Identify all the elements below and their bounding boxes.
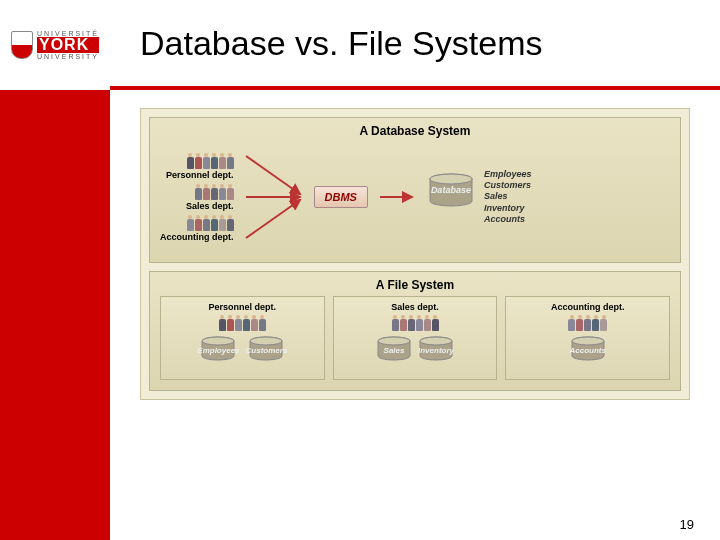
db-table-employees: Employees [484,169,532,180]
file-cyl-inventory: Inventory [418,336,454,373]
file-cyl-employees: Employees [197,336,239,373]
arrow-to-db-icon [378,187,418,207]
db-table-customers: Customers [484,180,532,191]
file-dept-sales-label: Sales dept. [391,302,439,312]
db-panel-title: A Database System [160,124,670,138]
db-dept-personnel-label: Personnel dept. [166,170,234,180]
slide-title: Database vs. File Systems [140,24,542,63]
svg-point-9 [250,337,282,345]
file-panel-title: A File System [160,278,670,292]
svg-line-2 [246,200,300,238]
title-cell: Database vs. File Systems [110,0,720,90]
york-logo: UNIVERSITÉ YORK UNIVERSITY [11,30,99,60]
svg-point-7 [202,337,234,345]
svg-point-5 [430,174,472,184]
db-table-sales: Sales [484,191,532,202]
logo-text: UNIVERSITÉ YORK UNIVERSITY [37,30,99,60]
db-table-inventory: Inventory [484,203,532,214]
svg-point-15 [572,337,604,345]
file-dept-personnel-label: Personnel dept. [209,302,277,312]
panel-file-system: A File System Personnel dept. [149,271,681,391]
file-cyl-accounts: Accounts [569,336,605,373]
logo-university: UNIVERSITY [37,53,99,60]
file-cyl-customers: Customers [246,336,288,373]
file-dept-personnel: Personnel dept. Employe [160,296,325,380]
db-dept-accounting-label: Accounting dept. [160,232,234,242]
dbms-box: DBMS [314,186,368,208]
slide: UNIVERSITÉ YORK UNIVERSITY Database vs. … [0,0,720,540]
content-area: A Database System Pe [110,90,720,540]
logo-york: YORK [37,37,99,53]
file-dept-sales: Sales dept. Sales [333,296,498,380]
db-dept-stack: Personnel dept. Sales dept. [160,153,234,242]
db-dept-sales-label: Sales dept. [186,201,234,211]
logo-cell: UNIVERSITÉ YORK UNIVERSITY [0,0,110,90]
svg-point-11 [378,337,410,345]
svg-point-13 [420,337,452,345]
red-sidebar [0,90,110,540]
page-number: 19 [680,517,694,532]
crest-icon [11,31,33,59]
file-dept-accounting-label: Accounting dept. [551,302,625,312]
db-store-and-tables: Database Employees Customers Sales Inven… [428,169,532,225]
db-dept-personnel: Personnel dept. [160,153,234,180]
db-table-list: Employees Customers Sales Inventory Acco… [484,169,532,225]
file-cyl-sales: Sales [376,336,412,373]
arrows-to-dbms-icon [244,142,304,252]
svg-line-0 [246,156,300,194]
file-dept-accounting: Accounting dept. Accounts [505,296,670,380]
panel-database-system: A Database System Pe [149,117,681,263]
diagram: A Database System Pe [140,108,690,400]
database-cylinder: Database [428,173,474,221]
db-dept-accounting: Accounting dept. [160,215,234,242]
db-dept-sales: Sales dept. [160,184,234,211]
db-table-accounts: Accounts [484,214,532,225]
